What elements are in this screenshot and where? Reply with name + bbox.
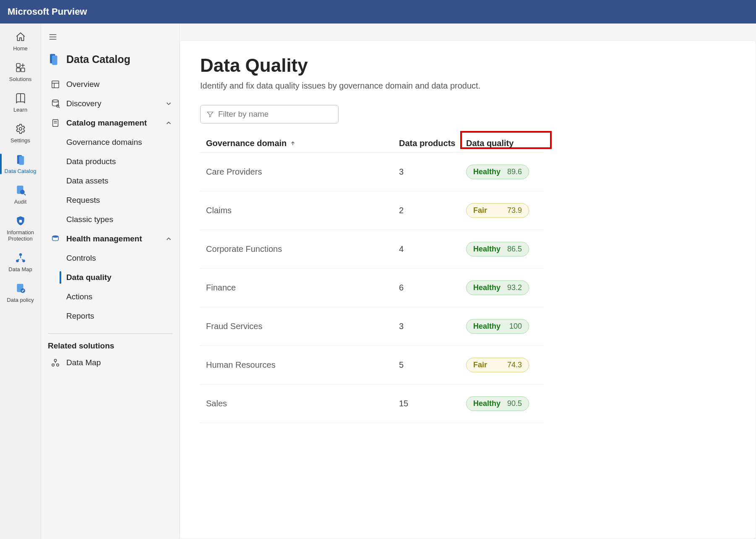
cell-products: 5 <box>399 360 466 370</box>
table-row[interactable]: Claims2Fair73.9 <box>200 191 544 230</box>
nav-related-data-map[interactable]: Data Map <box>41 353 179 372</box>
rail-data-policy[interactable]: Data policy <box>0 283 41 303</box>
col-header-products[interactable]: Data products <box>399 139 466 148</box>
hamburger-button[interactable] <box>47 31 59 43</box>
database-search-icon <box>50 99 60 108</box>
table-row[interactable]: Finance6Healthy93.2 <box>200 269 544 307</box>
chevron-down-icon <box>165 100 172 107</box>
svg-rect-8 <box>19 220 22 223</box>
cell-quality: Healthy90.5 <box>466 396 542 411</box>
cell-domain: Human Resources <box>206 360 399 370</box>
cell-quality: Healthy86.5 <box>466 242 542 256</box>
cell-quality: Healthy89.6 <box>466 165 542 179</box>
shield-lock-icon <box>14 215 27 227</box>
quality-status: Healthy <box>473 322 501 331</box>
rail-settings[interactable]: Settings <box>0 123 41 144</box>
sort-up-icon <box>290 141 296 147</box>
nav-governance-domains[interactable]: Governance domains <box>41 133 179 152</box>
domains-table: Governance domain Data products Data qua… <box>200 134 544 423</box>
rail-solutions[interactable]: Solutions <box>0 62 41 82</box>
rail-data-map[interactable]: Data Map <box>0 252 41 272</box>
cell-domain: Fraud Services <box>206 322 399 331</box>
table-row[interactable]: Human Resources5Fair74.3 <box>200 346 544 385</box>
svg-rect-1 <box>16 68 20 72</box>
nav-controls[interactable]: Controls <box>41 249 179 268</box>
svg-rect-2 <box>21 68 25 72</box>
main-area: Data Quality Identify and fix data quali… <box>180 24 756 539</box>
col-header-domain[interactable]: Governance domain <box>206 139 399 148</box>
svg-point-23 <box>54 359 57 362</box>
filter-input[interactable] <box>218 110 332 119</box>
rail-audit[interactable]: Audit <box>0 184 41 205</box>
quality-score: 100 <box>509 322 522 331</box>
cell-domain: Corporate Functions <box>206 244 399 254</box>
cell-products: 15 <box>399 399 466 408</box>
graph-icon <box>14 252 27 264</box>
audit-icon <box>14 184 27 196</box>
nav-discovery[interactable]: Discovery <box>41 94 179 113</box>
rail-home[interactable]: Home <box>0 31 41 52</box>
page-title: Data Quality <box>200 55 735 76</box>
nav-classic-types[interactable]: Classic types <box>41 210 179 229</box>
svg-rect-5 <box>19 156 24 165</box>
quality-score: 73.9 <box>507 206 522 215</box>
table-row[interactable]: Care Providers3Healthy89.6 <box>200 153 544 191</box>
table-header: Governance domain Data products Data qua… <box>200 134 544 153</box>
app-title: Microsoft Purview <box>8 6 87 17</box>
cell-products: 3 <box>399 167 466 177</box>
quality-status: Fair <box>473 206 487 215</box>
home-icon <box>14 31 27 43</box>
catalog-title-icon <box>48 53 60 65</box>
chevron-up-icon <box>165 119 172 127</box>
cell-products: 2 <box>399 206 466 215</box>
rail-data-catalog[interactable]: Data Catalog <box>0 154 41 174</box>
rail-learn[interactable]: Learn <box>0 92 41 113</box>
svg-point-17 <box>52 100 59 102</box>
divider <box>48 333 172 334</box>
quality-pill: Healthy86.5 <box>466 242 529 256</box>
svg-point-11 <box>19 253 22 256</box>
nav-catalog-management[interactable]: Catalog management <box>41 113 179 133</box>
filter-icon <box>206 110 214 118</box>
table-row[interactable]: Corporate Functions4Healthy86.5 <box>200 230 544 269</box>
cell-products: 4 <box>399 244 466 254</box>
cell-domain: Finance <box>206 283 399 293</box>
quality-status: Healthy <box>473 167 501 176</box>
quality-status: Healthy <box>473 399 501 408</box>
svg-rect-15 <box>52 55 57 65</box>
cell-domain: Claims <box>206 206 399 215</box>
nav-data-assets[interactable]: Data assets <box>41 171 179 191</box>
nav-data-products[interactable]: Data products <box>41 152 179 171</box>
quality-score: 89.6 <box>507 167 522 176</box>
nav-data-quality[interactable]: Data quality <box>41 268 179 287</box>
cell-products: 6 <box>399 283 466 293</box>
nav-rail: Home Solutions Learn Settings <box>0 24 41 539</box>
cell-quality: Healthy93.2 <box>466 280 542 295</box>
book-icon <box>14 92 27 104</box>
svg-point-3 <box>19 128 22 131</box>
quality-status: Healthy <box>473 283 501 292</box>
layout-icon <box>50 80 60 89</box>
col-header-quality[interactable]: Data quality <box>466 139 542 148</box>
quality-pill: Fair74.3 <box>466 358 529 372</box>
quality-status: Healthy <box>473 245 501 254</box>
quality-score: 74.3 <box>507 361 522 369</box>
nav-overview[interactable]: Overview <box>41 75 179 94</box>
table-row[interactable]: Fraud Services3Healthy100 <box>200 307 544 346</box>
quality-pill: Healthy100 <box>466 319 529 334</box>
nav-requests[interactable]: Requests <box>41 191 179 210</box>
cell-domain: Sales <box>206 399 399 408</box>
nav-reports[interactable]: Reports <box>41 306 179 326</box>
quality-score: 86.5 <box>507 245 522 254</box>
page-subtitle: Identify and fix data quality issues by … <box>200 81 735 91</box>
filter-by-name[interactable] <box>200 105 339 123</box>
rail-information-protection[interactable]: Information Protection <box>0 215 41 242</box>
nav-actions[interactable]: Actions <box>41 287 179 306</box>
side-panel-title: Data Catalog <box>66 53 130 65</box>
policy-icon <box>14 283 27 294</box>
grid-plus-icon <box>14 62 27 73</box>
table-row[interactable]: Sales15Healthy90.5 <box>200 385 544 423</box>
document-icon <box>50 118 60 128</box>
cell-products: 3 <box>399 322 466 331</box>
nav-health-management[interactable]: Health management <box>41 229 179 249</box>
